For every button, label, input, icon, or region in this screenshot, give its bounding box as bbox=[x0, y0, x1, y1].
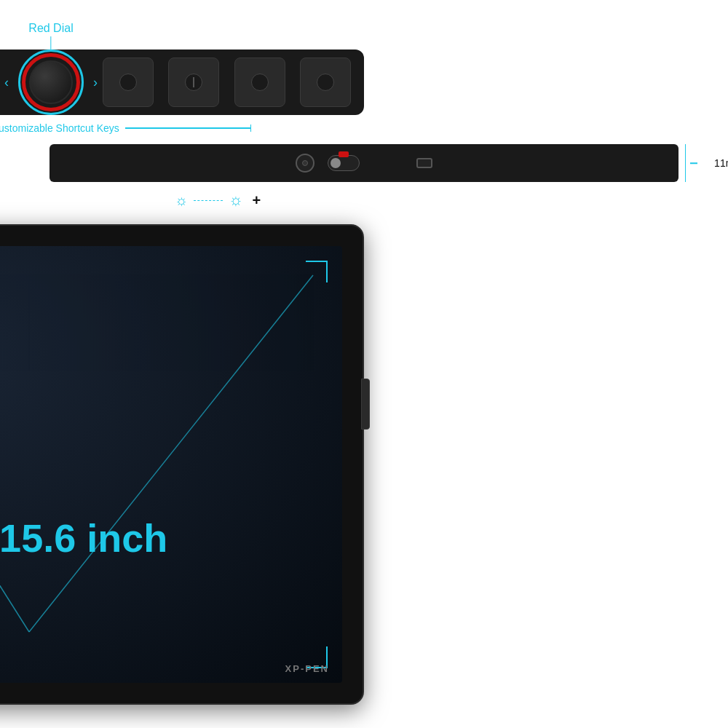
tablet-body: 15.6 inch XP-PEN bbox=[0, 224, 364, 705]
brightness-low-icon: ☼ bbox=[175, 192, 188, 209]
diagonal-lines bbox=[0, 246, 342, 683]
display-screen: 15.6 inch XP-PEN bbox=[0, 246, 342, 683]
top-view: Red Dial ‹ › bbox=[0, 22, 364, 116]
pen-holder bbox=[361, 379, 370, 430]
dimension-label: 11mm bbox=[714, 157, 728, 169]
shortcut-keys-label: 8 Customizable Shortcut Keys bbox=[0, 122, 125, 134]
brightness-icons: ☼ ☼ + bbox=[175, 191, 261, 210]
shortcut-key-5[interactable] bbox=[103, 58, 154, 107]
brightness-high-icon: ☼ bbox=[229, 191, 243, 210]
brightness-plus-icon: + bbox=[253, 192, 261, 209]
power-button[interactable] bbox=[296, 154, 314, 173]
shortcut-key-6[interactable] bbox=[168, 58, 219, 107]
shortcut-keys-label-wrapper: 8 Customizable Shortcut Keys bbox=[0, 122, 251, 134]
red-dial[interactable]: ‹ › bbox=[15, 46, 87, 119]
screen-size-label: 15.6 inch bbox=[0, 515, 167, 561]
product-diagram: Red Dial ‹ › bbox=[0, 0, 728, 728]
side-view: 11mm bbox=[50, 144, 678, 182]
svg-line-1 bbox=[29, 275, 313, 632]
dial-arrow-left-icon: ‹ bbox=[4, 75, 9, 90]
toggle-switch[interactable] bbox=[328, 155, 360, 171]
brand-logo: XP-PEN bbox=[285, 663, 329, 674]
button-bar: ‹ › bbox=[0, 50, 364, 115]
usb-port bbox=[416, 158, 432, 168]
svg-line-0 bbox=[0, 275, 29, 632]
shortcut-key-7[interactable] bbox=[234, 58, 285, 107]
dial-arrow-right-icon: › bbox=[93, 75, 98, 90]
front-view: 15.6 inch XP-PEN bbox=[0, 224, 364, 705]
shortcut-key-8[interactable] bbox=[300, 58, 351, 107]
red-dial-label: Red Dial bbox=[28, 22, 73, 35]
